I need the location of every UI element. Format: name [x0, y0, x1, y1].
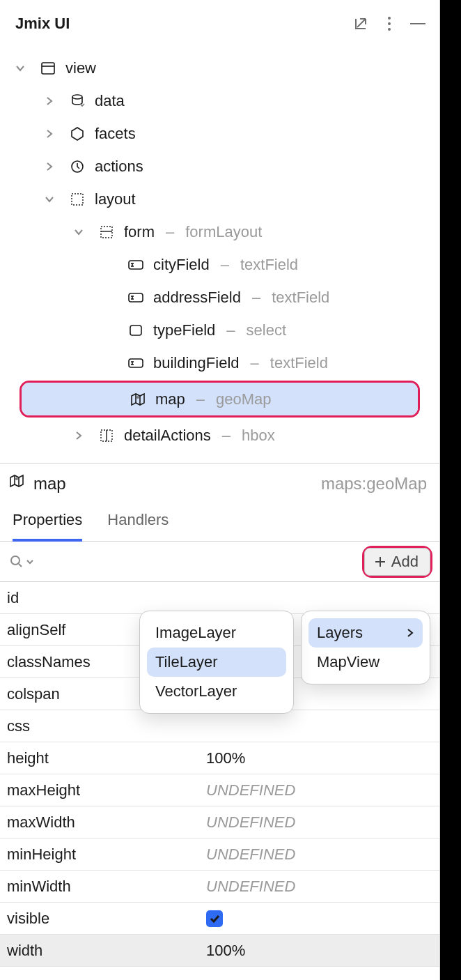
chevron-down-icon[interactable] — [39, 194, 60, 205]
svg-point-12 — [15, 477, 18, 480]
tab-handlers[interactable]: Handlers — [107, 511, 169, 541]
tree-label: view — [65, 59, 96, 77]
tree-node-map[interactable]: map – geoMap — [22, 383, 418, 415]
chevron-right-icon[interactable] — [39, 95, 60, 107]
tree-node-addressfield[interactable]: addressField – textField — [0, 281, 439, 314]
right-margin — [440, 0, 461, 980]
tree-node-typefield[interactable]: typeField – select — [0, 314, 439, 346]
textfield-icon — [127, 356, 145, 370]
tree-label: addressField — [153, 289, 241, 307]
panel-header: Jmix UI — [0, 0, 439, 47]
tree-label: buildingField — [153, 354, 240, 372]
form-icon — [97, 224, 116, 240]
chevron-right-icon[interactable] — [39, 128, 60, 139]
svg-rect-8 — [130, 326, 141, 335]
chevron-down-icon[interactable] — [68, 227, 89, 238]
menu-item-vectorlayer[interactable]: VectorLayer — [140, 677, 293, 706]
menu-item-layers[interactable]: Layers — [308, 618, 423, 648]
component-tree: view data facets actions layout form – — [0, 47, 439, 452]
chevron-right-icon[interactable] — [68, 430, 89, 441]
textfield-icon — [127, 291, 145, 305]
menu-item-imagelayer[interactable]: ImageLayer — [140, 618, 293, 648]
menu-item-mapview[interactable]: MapView — [302, 648, 430, 677]
prop-row-visible[interactable]: visible — [0, 903, 439, 935]
tab-properties[interactable]: Properties — [13, 511, 82, 542]
tree-node-facets[interactable]: facets — [0, 117, 439, 150]
map-icon — [8, 473, 26, 494]
chevron-right-icon[interactable] — [39, 161, 60, 172]
tree-label: facets — [95, 125, 136, 143]
svg-rect-4 — [72, 194, 83, 205]
checkbox-checked[interactable] — [206, 910, 223, 927]
tree-node-detailactions[interactable]: detailActions – hbox — [0, 419, 439, 452]
tree-sublabel: formLayout — [185, 223, 262, 241]
prop-row-minwidth[interactable]: minWidthUNDEFINED — [0, 871, 439, 903]
toolbar-row: Add — [0, 542, 439, 582]
add-menu-popup: Layers MapView — [301, 611, 430, 684]
tree-sublabel: geoMap — [216, 390, 272, 408]
selected-tree-node-highlight: map – geoMap — [19, 381, 420, 418]
tree-node-form[interactable]: form – formLayout — [0, 215, 439, 248]
svg-rect-6 — [129, 261, 143, 269]
svg-point-10 — [136, 396, 139, 399]
tree-node-cityfield[interactable]: cityField – textField — [0, 248, 439, 281]
actions-icon — [68, 159, 86, 174]
menu-item-tilelayer[interactable]: TileLayer — [147, 648, 286, 677]
database-icon — [68, 93, 86, 109]
tree-node-actions[interactable]: actions — [0, 150, 439, 183]
prop-row-id[interactable]: id — [0, 582, 439, 614]
inspector-tabs: Properties Handlers — [0, 501, 439, 542]
tree-label: detailActions — [124, 427, 211, 445]
tree-node-view[interactable]: view — [0, 52, 439, 84]
svg-point-1 — [72, 95, 82, 99]
tree-node-layout[interactable]: layout — [0, 183, 439, 215]
dock-icon[interactable] — [353, 16, 368, 31]
tree-node-buildingfield[interactable]: buildingField – textField — [0, 346, 439, 379]
layers-submenu-popup: ImageLayer TileLayer VectorLayer — [139, 611, 294, 714]
prop-row-css[interactable]: css — [0, 710, 439, 742]
svg-point-13 — [11, 556, 19, 565]
chevron-right-icon — [406, 624, 414, 642]
prop-row-minheight[interactable]: minHeightUNDEFINED — [0, 839, 439, 871]
layout-icon — [68, 192, 86, 207]
svg-rect-0 — [42, 63, 54, 74]
add-label: Add — [391, 553, 419, 571]
panel-title: Jmix UI — [15, 15, 70, 33]
tree-label: data — [95, 92, 125, 110]
prop-row-maxheight[interactable]: maxHeightUNDEFINED — [0, 774, 439, 806]
chevron-down-icon — [25, 557, 35, 567]
tree-sublabel: textField — [272, 289, 329, 307]
tree-label: map — [155, 390, 185, 408]
hbox-icon — [97, 428, 116, 443]
minimize-icon[interactable] — [410, 23, 425, 24]
chevron-down-icon[interactable] — [10, 63, 31, 74]
tree-label: actions — [95, 158, 143, 176]
prop-row-width[interactable]: width100% — [0, 935, 439, 967]
tree-node-data[interactable]: data — [0, 84, 439, 117]
window-icon — [39, 61, 57, 76]
prop-row-maxwidth[interactable]: maxWidthUNDEFINED — [0, 806, 439, 839]
plus-icon — [373, 555, 387, 569]
svg-rect-9 — [129, 359, 143, 367]
tree-label: cityField — [153, 256, 210, 274]
map-icon — [129, 392, 147, 407]
tree-sublabel: hbox — [242, 427, 275, 445]
svg-marker-2 — [72, 128, 83, 140]
tree-sublabel: textField — [270, 354, 328, 372]
prop-row-height[interactable]: height100% — [0, 742, 439, 774]
svg-rect-7 — [129, 293, 143, 302]
tree-sublabel: textField — [240, 256, 298, 274]
tree-label: typeField — [153, 321, 215, 339]
inspector-type: maps:geoMap — [321, 474, 427, 493]
add-button[interactable]: Add — [364, 548, 430, 576]
select-icon — [127, 323, 145, 337]
tree-sublabel: select — [247, 321, 286, 339]
inspector-header: map maps:geoMap — [0, 464, 439, 501]
inspector-name: map — [33, 474, 66, 493]
tree-label: layout — [95, 190, 136, 208]
facets-icon — [68, 126, 86, 141]
tree-label: form — [124, 223, 155, 241]
search-input[interactable] — [0, 553, 362, 570]
svg-rect-5 — [101, 227, 112, 238]
more-icon[interactable] — [388, 17, 391, 31]
